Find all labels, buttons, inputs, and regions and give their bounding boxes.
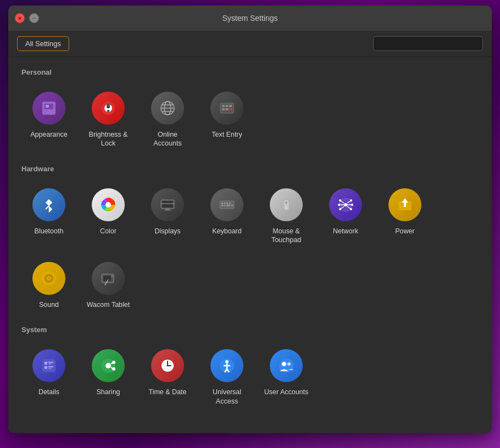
svg-rect-72 bbox=[48, 368, 52, 369]
universal-access-label: UniversalAccess bbox=[213, 388, 241, 406]
item-sound[interactable]: Sound bbox=[21, 254, 76, 315]
svg-point-54 bbox=[339, 208, 341, 210]
user-accounts-label: User Accounts bbox=[264, 388, 309, 396]
svg-rect-71 bbox=[48, 366, 53, 367]
text-entry-icon bbox=[210, 92, 243, 125]
svg-rect-29 bbox=[221, 203, 223, 204]
svg-point-91 bbox=[282, 362, 286, 366]
sound-label: Sound bbox=[39, 300, 59, 309]
svg-rect-35 bbox=[226, 205, 230, 206]
online-accounts-label: OnlineAccounts bbox=[153, 130, 181, 148]
svg-point-22 bbox=[105, 202, 111, 208]
svg-point-92 bbox=[287, 362, 291, 366]
section-system: System Details bbox=[21, 326, 479, 411]
item-color[interactable]: Color bbox=[81, 181, 136, 250]
svg-rect-70 bbox=[45, 366, 47, 369]
all-settings-button[interactable]: All Settings bbox=[17, 36, 69, 51]
section-title-personal: Personal bbox=[21, 68, 479, 76]
search-input[interactable] bbox=[373, 36, 483, 51]
item-displays[interactable]: Displays bbox=[140, 181, 195, 250]
text-entry-label: Text Entry bbox=[212, 130, 242, 139]
section-title-hardware: Hardware bbox=[21, 165, 479, 173]
close-button[interactable]: × bbox=[15, 13, 25, 23]
mouse-icon bbox=[270, 188, 303, 221]
svg-rect-30 bbox=[224, 203, 226, 204]
svg-point-52 bbox=[339, 199, 341, 201]
brightness-lock-label: Brightness &Lock bbox=[89, 130, 128, 148]
item-sharing[interactable]: Sharing bbox=[81, 341, 136, 411]
time-date-label: Time & Date bbox=[148, 388, 186, 396]
svg-rect-24 bbox=[162, 201, 173, 208]
item-time-date[interactable]: Time & Date bbox=[140, 341, 195, 411]
svg-rect-15 bbox=[226, 105, 229, 107]
svg-rect-26 bbox=[164, 210, 171, 211]
item-online-accounts[interactable]: OnlineAccounts bbox=[140, 84, 195, 154]
details-icon bbox=[32, 349, 65, 382]
details-label: Details bbox=[38, 388, 59, 396]
svg-point-75 bbox=[112, 361, 115, 364]
displays-icon bbox=[151, 188, 184, 221]
svg-rect-62 bbox=[103, 276, 111, 281]
svg-point-50 bbox=[351, 204, 353, 206]
svg-rect-25 bbox=[165, 209, 170, 210]
item-network[interactable]: Network bbox=[318, 181, 373, 250]
item-power[interactable]: Power bbox=[377, 181, 432, 250]
svg-rect-32 bbox=[229, 203, 231, 204]
color-label: Color bbox=[100, 227, 116, 236]
svg-point-7 bbox=[107, 110, 109, 112]
item-appearance[interactable]: Appearance bbox=[21, 84, 76, 154]
svg-rect-19 bbox=[229, 108, 232, 110]
svg-point-74 bbox=[105, 363, 111, 368]
svg-line-20 bbox=[46, 206, 49, 209]
power-label: Power bbox=[395, 227, 414, 236]
brightness-icon bbox=[92, 92, 125, 125]
user-accounts-icon bbox=[270, 349, 303, 382]
svg-rect-17 bbox=[222, 108, 225, 110]
svg-rect-68 bbox=[48, 362, 53, 363]
mouse-touchpad-label: Mouse &Touchpad bbox=[271, 227, 301, 245]
svg-point-83 bbox=[167, 365, 169, 367]
toolbar: All Settings 🔍 bbox=[8, 31, 492, 57]
system-items-grid: Details Sharing bbox=[21, 341, 479, 411]
hardware-items-grid: Bluetooth bbox=[21, 181, 479, 315]
svg-point-65 bbox=[104, 284, 105, 285]
bluetooth-icon bbox=[32, 188, 65, 221]
svg-rect-14 bbox=[222, 105, 225, 107]
minimize-button[interactable]: − bbox=[29, 13, 39, 23]
item-wacom-tablet[interactable]: Wacom Tablet bbox=[81, 254, 136, 315]
item-text-entry[interactable]: Text Entry bbox=[199, 84, 254, 154]
svg-point-42 bbox=[344, 203, 347, 206]
svg-point-76 bbox=[112, 367, 115, 371]
item-keyboard[interactable]: Keyboard bbox=[199, 181, 254, 250]
section-hardware: Hardware Bluetooth bbox=[21, 165, 479, 315]
power-icon bbox=[388, 188, 421, 221]
svg-rect-31 bbox=[226, 203, 228, 204]
svg-rect-66 bbox=[42, 359, 55, 372]
item-user-accounts[interactable]: User Accounts bbox=[259, 341, 314, 411]
wacom-icon bbox=[92, 262, 125, 295]
item-universal-access[interactable]: UniversalAccess bbox=[199, 341, 254, 411]
svg-rect-18 bbox=[226, 108, 229, 110]
time-date-icon bbox=[151, 349, 184, 382]
svg-rect-69 bbox=[48, 363, 52, 365]
section-title-system: System bbox=[21, 326, 479, 334]
displays-label: Displays bbox=[154, 227, 180, 236]
item-details[interactable]: Details bbox=[21, 341, 76, 411]
svg-rect-36 bbox=[231, 205, 233, 206]
sharing-icon bbox=[92, 349, 125, 382]
keyboard-icon bbox=[210, 188, 243, 221]
svg-point-39 bbox=[285, 201, 287, 204]
item-bluetooth[interactable]: Bluetooth bbox=[21, 181, 76, 250]
item-brightness-lock[interactable]: Brightness &Lock bbox=[81, 84, 136, 154]
svg-rect-6 bbox=[107, 104, 110, 107]
wacom-tablet-label: Wacom Tablet bbox=[87, 300, 130, 309]
svg-rect-16 bbox=[229, 105, 232, 107]
online-accounts-icon bbox=[151, 92, 184, 125]
section-personal: Personal Appearance bbox=[21, 68, 479, 154]
appearance-icon bbox=[32, 92, 65, 125]
svg-point-85 bbox=[225, 360, 229, 363]
content-area: Personal Appearance bbox=[8, 57, 492, 433]
color-icon bbox=[92, 188, 125, 221]
window-title: System Settings bbox=[222, 14, 277, 23]
item-mouse-touchpad[interactable]: Mouse &Touchpad bbox=[259, 181, 314, 250]
